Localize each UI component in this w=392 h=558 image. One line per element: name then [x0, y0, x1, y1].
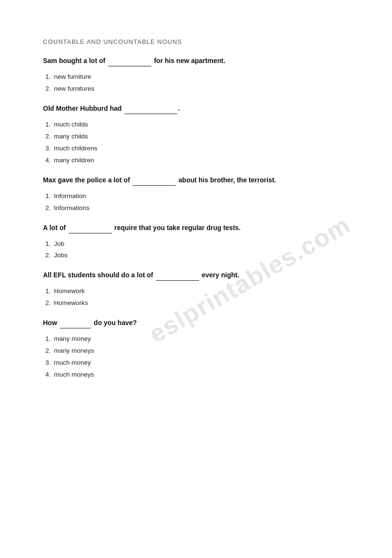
question-prompt-5: All EFL students should do a lot of ever… — [43, 270, 349, 281]
question-prompt-4: A lot of require that you take regular d… — [43, 223, 349, 233]
option-item: 1.new furniture — [45, 71, 349, 83]
option-item: 1.much childs — [45, 119, 349, 131]
blank-6 — [60, 318, 91, 328]
option-item: 4.much moneys — [45, 369, 349, 381]
options-list-3: 1.Information2.Informations — [43, 190, 349, 214]
option-item: 2.new furnitures — [45, 83, 349, 95]
options-list-4: 1.Job2.Jobs — [43, 238, 349, 262]
option-text: many childs — [54, 133, 88, 140]
option-item: 2.Informations — [45, 202, 349, 214]
option-item: 2.Homeworks — [45, 297, 349, 309]
option-text: much childrens — [54, 145, 97, 152]
question-prompt-3: Max gave the police a lot of about his b… — [43, 175, 349, 186]
option-number: 3. — [45, 143, 54, 154]
question-block-3: Max gave the police a lot of about his b… — [43, 175, 349, 214]
option-text: Job — [54, 240, 64, 247]
question-block-4: A lot of require that you take regular d… — [43, 223, 349, 262]
worksheet-page: eslprintables.com COUNTABLE AND UNCOUNTA… — [0, 0, 392, 558]
question-block-6: How do you have?1.many money2.many money… — [43, 318, 349, 381]
option-text: Homeworks — [54, 299, 88, 306]
option-number: 3. — [45, 358, 54, 368]
option-number: 2. — [45, 84, 54, 95]
options-list-1: 1.new furniture2.new furnitures — [43, 71, 349, 95]
blank-1 — [108, 56, 151, 66]
option-item: 4.many children — [45, 155, 349, 167]
option-text: new furnitures — [54, 85, 95, 92]
questions-container: Sam bought a lot of for his new apartmen… — [43, 56, 349, 381]
option-text: much childs — [54, 121, 88, 128]
option-item: 2.many moneys — [45, 345, 349, 357]
option-number: 1. — [45, 191, 54, 202]
question-block-5: All EFL students should do a lot of ever… — [43, 270, 349, 309]
option-item: 1.Information — [45, 190, 349, 202]
option-text: new furniture — [54, 73, 91, 80]
worksheet-title: COUNTABLE AND UNCOUNTABLE NOUNS — [43, 38, 349, 45]
option-number: 2. — [45, 298, 54, 309]
option-number: 1. — [45, 334, 54, 345]
option-item: 3.much childrens — [45, 143, 349, 155]
option-number: 2. — [45, 346, 54, 357]
options-list-6: 1.many money2.many moneys3.much money4.m… — [43, 333, 349, 381]
blank-4 — [69, 223, 112, 233]
option-number: 1. — [45, 286, 54, 297]
option-text: Informations — [54, 204, 89, 211]
option-number: 4. — [45, 155, 54, 166]
option-number: 4. — [45, 369, 54, 380]
option-number: 2. — [45, 131, 54, 142]
option-item: 3.much money — [45, 357, 349, 369]
options-list-5: 1.Homework2.Homeworks — [43, 285, 349, 309]
option-number: 2. — [45, 250, 54, 261]
question-prompt-2: Old Mother Hubburd had . — [43, 104, 349, 114]
option-text: Information — [54, 192, 86, 200]
blank-5 — [156, 270, 199, 281]
option-text: many moneys — [54, 347, 94, 354]
option-text: Jobs — [54, 252, 68, 259]
option-item: 1.Job — [45, 238, 349, 250]
option-item: 2.Jobs — [45, 250, 349, 262]
option-text: Homework — [54, 287, 85, 295]
blank-2 — [125, 104, 177, 114]
question-prompt-6: How do you have? — [43, 318, 349, 328]
option-item: 1.many money — [45, 333, 349, 345]
question-block-1: Sam bought a lot of for his new apartmen… — [43, 56, 349, 95]
option-item: 2.many childs — [45, 131, 349, 143]
option-text: many children — [54, 157, 94, 164]
question-prompt-1: Sam bought a lot of for his new apartmen… — [43, 56, 349, 66]
option-item: 1.Homework — [45, 285, 349, 297]
blank-3 — [133, 175, 176, 186]
option-number: 1. — [45, 239, 54, 250]
option-text: much moneys — [54, 371, 94, 378]
options-list-2: 1.much childs2.many childs3.much childre… — [43, 119, 349, 167]
option-number: 1. — [45, 119, 54, 130]
option-text: many money — [54, 335, 91, 342]
option-number: 1. — [45, 72, 54, 83]
option-number: 2. — [45, 203, 54, 214]
question-block-2: Old Mother Hubburd had .1.much childs2.m… — [43, 104, 349, 167]
option-text: much money — [54, 359, 91, 366]
